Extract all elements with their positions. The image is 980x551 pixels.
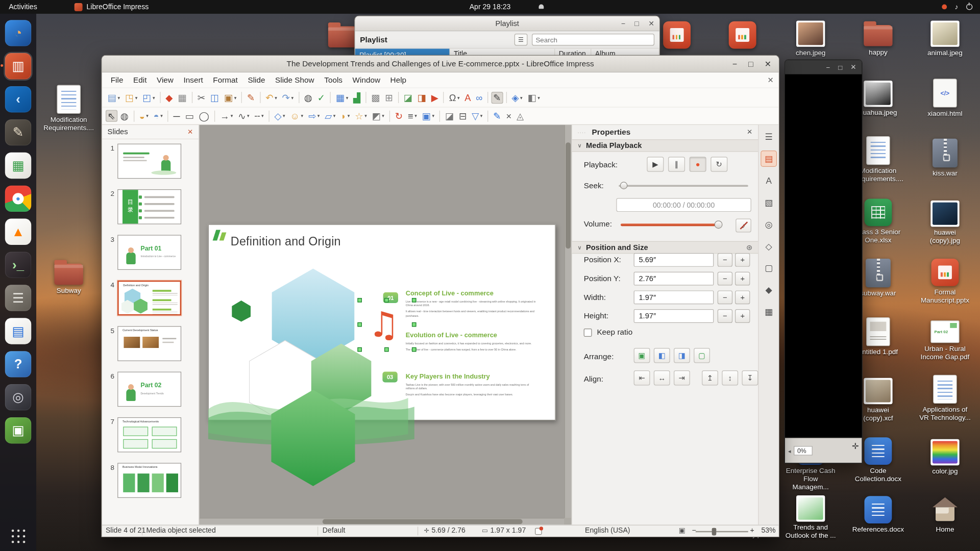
sidebar-tab-transition-deck[interactable]: ▦ <box>761 304 777 320</box>
desktop-icon-huawei-copy-jpg[interactable]: huawei (copy).jpg <box>918 198 972 245</box>
zoom-slider[interactable] <box>696 531 748 532</box>
sidebar-tab-animation-deck[interactable]: ◆ <box>761 282 777 298</box>
bring-to-front-button[interactable]: ▣ <box>634 348 650 363</box>
image-window-titlebar[interactable]: − □ ✕ <box>785 60 862 74</box>
toolbar-chart[interactable]: ▟ <box>351 91 362 103</box>
slide-canvas[interactable]: ♫ Definition and Origin 01Concept of Liv… <box>200 125 572 525</box>
toolbar-open[interactable]: ◳▾ <box>123 91 139 103</box>
close-sidebar-icon[interactable]: ✕ <box>747 128 752 136</box>
dock-help[interactable]: ? <box>5 351 31 377</box>
show-applications-button[interactable] <box>10 528 27 545</box>
width-input[interactable]: 1.97″ <box>634 290 714 304</box>
language-status[interactable]: English (USA) <box>585 527 630 534</box>
media-time-field[interactable]: 00:00:00 / 00:00:00 <box>616 198 751 212</box>
maximize-button[interactable]: □ <box>748 59 753 68</box>
toolbar-print[interactable]: ▦ <box>176 91 189 103</box>
position-y-decrement[interactable]: − <box>718 272 732 286</box>
desktop-icon-subway-folder[interactable]: Subway <box>42 257 95 294</box>
menu-file[interactable]: File <box>106 73 128 86</box>
toolbar-arrange-objects[interactable]: ▣▾ <box>420 110 436 122</box>
close-button[interactable]: ✕ <box>850 63 856 71</box>
width-decrement[interactable]: − <box>718 290 732 304</box>
unsaved-changes-icon[interactable] <box>535 528 542 535</box>
toolbar-flowchart[interactable]: ▱▾ <box>323 110 338 122</box>
desktop-icon-color-jpg[interactable]: color.jpg <box>918 437 972 475</box>
menu-help[interactable]: Help <box>385 73 411 86</box>
media-play-button[interactable]: ▶ <box>647 157 664 171</box>
dock-terminal[interactable]: ›_ <box>5 252 31 278</box>
playlist-titlebar[interactable]: Playlist − □ ✕ <box>355 16 659 31</box>
section-settings-icon[interactable]: ⊛ <box>746 243 752 252</box>
sidebar-tab-gallery-deck[interactable]: ▧ <box>761 194 777 211</box>
height-input[interactable]: 1.97″ <box>634 309 714 323</box>
close-button[interactable]: ✕ <box>648 19 654 28</box>
slide-thumbnail-6[interactable]: 6Part 02Development Trends <box>102 372 199 407</box>
desktop-icon-home[interactable]: Home <box>918 495 972 534</box>
toolbar-symbol-shapes[interactable]: ☺▾ <box>288 110 305 122</box>
menu-window[interactable]: Window <box>348 73 385 86</box>
selection-handle[interactable] <box>384 298 389 303</box>
slide-thumbnail-2[interactable]: 2目录 <box>102 189 199 224</box>
desktop-icon-animal-jpeg[interactable]: animal.jpeg <box>918 19 972 57</box>
seek-slider-thumb[interactable] <box>620 182 628 189</box>
toolbar-callouts[interactable]: ◗▾ <box>339 110 352 122</box>
volume-slider[interactable] <box>621 223 722 226</box>
toolbar-export-pdf[interactable]: ◆ <box>164 91 175 103</box>
toolbar-3d-objects[interactable]: ◩▾ <box>370 110 386 122</box>
toolbar-save[interactable]: ◰▾ <box>140 91 157 103</box>
slide-thumbnail-4[interactable]: 4Definition and Origin <box>102 281 199 316</box>
toolbar-paste[interactable]: ▣▾ <box>222 91 238 103</box>
menu-tools[interactable]: Tools <box>319 73 347 86</box>
align-left-button[interactable]: ⇤ <box>634 370 650 385</box>
keep-ratio-checkbox[interactable] <box>584 328 592 336</box>
impress-titlebar[interactable]: The Development Trends and Challenges of… <box>102 56 779 72</box>
toolbar-gallery[interactable]: ◨ <box>415 91 428 103</box>
selection-handle[interactable] <box>384 347 389 352</box>
desktop-icon-kiss-war[interactable]: kiss.war <box>918 139 972 178</box>
align-center-button[interactable]: ↔ <box>654 370 670 385</box>
menu-format[interactable]: Format <box>208 73 243 86</box>
toolbar-display-grid[interactable]: ▩ <box>369 91 382 103</box>
minimize-button[interactable]: − <box>621 20 625 28</box>
selection-handle[interactable] <box>412 322 416 327</box>
toolbar-edit-points[interactable]: ✎ <box>492 110 503 122</box>
scrollbar-thumb[interactable] <box>566 142 571 248</box>
align-bottom-button[interactable]: ↧ <box>742 370 758 385</box>
dock-vlc[interactable]: ▲ <box>5 218 31 244</box>
view-toggle-button[interactable]: ☰ <box>514 34 528 45</box>
toolbar-undo[interactable]: ↶▾ <box>264 91 279 103</box>
selection-handle[interactable] <box>357 347 362 352</box>
desktop-icon-modification-requirements[interactable]: Modification Requirements.... <box>42 85 95 132</box>
send-to-back-button[interactable]: ▢ <box>694 348 710 363</box>
toolbar-redo[interactable]: ↷▾ <box>280 91 296 103</box>
selection-handle[interactable] <box>357 298 362 303</box>
maximize-button[interactable]: □ <box>634 20 639 28</box>
toolbar-fontwork[interactable]: A <box>463 91 473 103</box>
dock-firefox[interactable]: ◔ <box>5 20 31 46</box>
toolbar-copy[interactable]: ◫ <box>208 91 221 103</box>
position-y-input[interactable]: 2.76″ <box>634 272 714 286</box>
toolbar-cut[interactable]: ✂ <box>195 91 207 103</box>
nav-arrow-icon[interactable]: ◂ <box>788 447 791 454</box>
media-playback-section-header[interactable]: ∨ Media Playback <box>572 139 758 152</box>
toolbar-new-document[interactable]: ▤▾ <box>106 91 122 103</box>
toolbar-rotate[interactable]: ↻ <box>393 110 405 122</box>
sidebar-tab-sidebar-settings[interactable]: ☰ <box>761 129 777 145</box>
dock-chrome[interactable]: ● <box>5 185 31 211</box>
toolbar-table[interactable]: ▦▾ <box>334 91 350 103</box>
toolbar-connectors[interactable]: ╌▾ <box>253 110 265 122</box>
slide-thumbnail-5[interactable]: 5Current Development Status <box>102 326 199 361</box>
sidebar-tab-shapes-deck[interactable]: ◇ <box>761 238 777 255</box>
desktop-icon-urban-rural-income-gap-pdf[interactable]: Part 02Urban - Rural Income Gap.pdf <box>918 315 972 361</box>
position-x-decrement[interactable]: − <box>718 253 732 267</box>
toolbar-insert-media[interactable]: ▶ <box>429 91 440 103</box>
toolbar-filter[interactable]: ▽▾ <box>470 110 485 122</box>
toolbar-crop[interactable]: ⊟ <box>457 110 469 122</box>
align-top-button[interactable]: ↥ <box>702 370 718 385</box>
send-backward-button[interactable]: ◨ <box>674 348 690 363</box>
dock-libreoffice-impress[interactable]: ▥ <box>5 53 31 79</box>
toolbar-clone-formatting[interactable]: ✎ <box>245 91 257 103</box>
dock-text-document[interactable]: ▤ <box>5 318 31 344</box>
zoom-level-field[interactable]: 0% <box>794 446 813 455</box>
sidebar-tab-navigator-deck[interactable]: ◎ <box>761 216 777 233</box>
